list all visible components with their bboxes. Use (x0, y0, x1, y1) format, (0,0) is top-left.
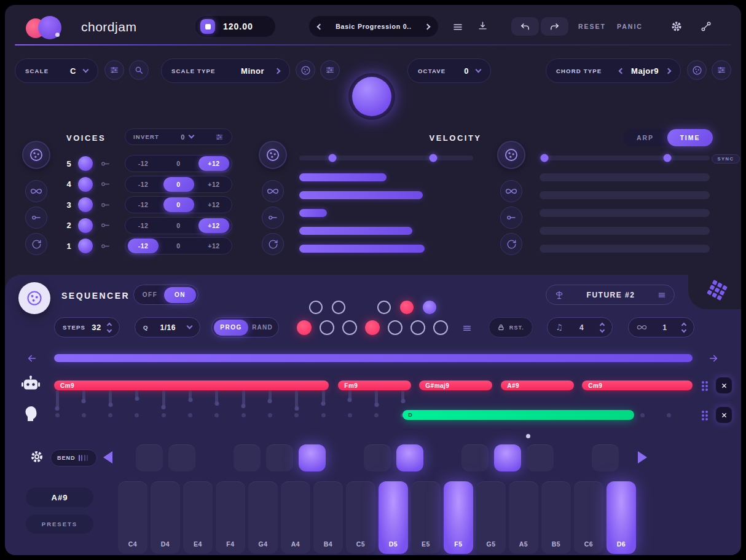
white-key-G5[interactable]: G5 (476, 481, 506, 554)
scale-type-value[interactable]: Minor (241, 66, 264, 76)
loop-count-value[interactable]: 1 (662, 323, 667, 332)
sequencer-position-bar[interactable] (54, 354, 693, 362)
preset-prev-icon[interactable] (317, 23, 323, 30)
voices-randomize-knob[interactable] (22, 141, 50, 169)
white-key-A4[interactable]: A4 (281, 481, 310, 554)
drag-grip-icon[interactable] (701, 380, 709, 392)
robot-chord-track-icon[interactable] (21, 375, 41, 393)
velocity-bar[interactable] (299, 191, 473, 199)
octave-option[interactable]: 0 (163, 177, 194, 192)
scale-selector[interactable]: SCALE C (15, 58, 98, 83)
preset-selector[interactable]: Basic Progression 0.. (309, 16, 438, 37)
chord-type-selector[interactable]: CHORD TYPE Major9 (546, 58, 681, 83)
octave-option[interactable]: -12 (128, 239, 159, 253)
chord-velocity-slider[interactable] (162, 390, 165, 408)
velocity-bar[interactable] (299, 245, 473, 253)
time-bar[interactable] (540, 209, 710, 217)
seq-step-empty[interactable] (388, 320, 402, 335)
note-track-clear-button[interactable] (715, 406, 732, 424)
invert-control[interactable]: INVERT 0 (125, 128, 232, 145)
white-key-F5[interactable]: F5 (444, 481, 473, 554)
octave-option[interactable]: +12 (198, 177, 229, 192)
invert-value[interactable]: 0 (181, 133, 185, 141)
black-key-C#4[interactable] (136, 444, 163, 471)
seq-step-empty[interactable] (320, 320, 334, 335)
voice-toggle[interactable] (78, 197, 93, 212)
chevron-down-icon[interactable] (83, 66, 89, 73)
link-icon[interactable] (100, 200, 112, 210)
note-division-stepper[interactable]: ♫ 4 (547, 317, 613, 337)
sequencer-randomize-button[interactable] (18, 282, 50, 314)
time-infinity-button[interactable] (500, 180, 522, 202)
reset-steps-button[interactable]: RST. (489, 317, 533, 337)
time-range-handle[interactable] (541, 154, 549, 162)
chord-type-settings-button[interactable] (712, 60, 731, 80)
white-key-G4[interactable]: G4 (248, 481, 278, 554)
chord-type-randomize-button[interactable] (687, 60, 707, 80)
main-chord-knob[interactable] (352, 77, 391, 116)
voice-toggle[interactable] (78, 239, 93, 253)
black-key-D#4[interactable] (168, 444, 195, 471)
chord-type-value[interactable]: Major9 (631, 66, 659, 76)
link-icon[interactable] (100, 159, 112, 169)
white-key-C5[interactable]: C5 (346, 481, 375, 554)
time-tab[interactable]: TIME (667, 129, 713, 146)
octave-option[interactable]: -12 (128, 218, 159, 233)
bpm-value[interactable]: 120.00 (223, 22, 253, 31)
menu-icon[interactable] (658, 291, 666, 299)
chord-velocity-slider[interactable] (189, 390, 192, 400)
quantize-selector[interactable]: Q 1/16 (135, 317, 200, 337)
black-key-G#4[interactable] (266, 444, 293, 471)
velocity-range-handle[interactable] (429, 154, 437, 162)
next-page-arrow-icon[interactable] (707, 353, 720, 364)
arp-tab[interactable]: ARP (623, 134, 667, 141)
download-icon[interactable] (477, 20, 489, 32)
note-step-dot[interactable] (135, 413, 139, 417)
menu-icon[interactable] (452, 22, 463, 33)
time-bar[interactable] (540, 227, 710, 235)
midi-patch-icon[interactable] (700, 20, 712, 33)
note-step-dot[interactable] (162, 413, 166, 417)
octave-option[interactable]: +12 (198, 156, 229, 171)
settings-gear-icon[interactable] (670, 20, 683, 33)
octave-option[interactable]: +12 (198, 239, 229, 253)
stop-button[interactable] (200, 19, 215, 34)
voice-toggle[interactable] (78, 218, 93, 233)
sequencer-preset-selector[interactable]: FUTURE #2 (546, 285, 675, 305)
note-step-dot[interactable] (321, 413, 326, 417)
octave-option[interactable]: -12 (128, 197, 159, 212)
chevron-down-icon[interactable] (187, 323, 193, 329)
white-key-C4[interactable]: C4 (118, 481, 147, 554)
time-range-handle[interactable] (663, 154, 671, 162)
octave-option[interactable]: 0 (163, 218, 194, 233)
time-range-slider[interactable] (540, 156, 710, 160)
note-step-dot[interactable] (241, 413, 246, 417)
prog-option[interactable]: PROG (214, 320, 248, 336)
black-key-G#5[interactable] (494, 444, 521, 471)
note-step-dot[interactable] (640, 413, 645, 417)
black-key-A#5[interactable] (527, 444, 554, 471)
chord-velocity-slider[interactable] (135, 390, 138, 399)
step-rows-menu-icon[interactable] (462, 323, 472, 333)
velocity-link-button[interactable] (262, 207, 284, 229)
preset-next-icon[interactable] (425, 23, 431, 30)
white-key-E5[interactable]: E5 (411, 481, 441, 554)
velocity-bar[interactable] (299, 209, 473, 217)
black-key-C#6[interactable] (592, 444, 619, 471)
seq-step-pink[interactable] (400, 301, 414, 314)
seq-step-empty[interactable] (410, 320, 425, 335)
chord-clip[interactable]: Cm9 (54, 381, 329, 390)
note-clip[interactable]: D (402, 410, 634, 420)
chord-velocity-slider[interactable] (322, 390, 325, 404)
white-key-B5[interactable]: B5 (541, 481, 571, 554)
redo-button[interactable] (541, 17, 568, 36)
velocity-randomize-knob[interactable] (259, 141, 287, 169)
note-step-dot[interactable] (268, 413, 272, 417)
white-key-D4[interactable]: D4 (151, 481, 180, 554)
chevron-right-icon[interactable] (275, 68, 281, 74)
chord-track-clear-button[interactable] (715, 377, 732, 394)
keyboard-scroll-right-button[interactable] (638, 451, 647, 463)
scale-settings-button[interactable] (104, 60, 124, 80)
velocity-bar[interactable] (299, 173, 473, 181)
voices-infinity-button[interactable] (25, 180, 47, 202)
